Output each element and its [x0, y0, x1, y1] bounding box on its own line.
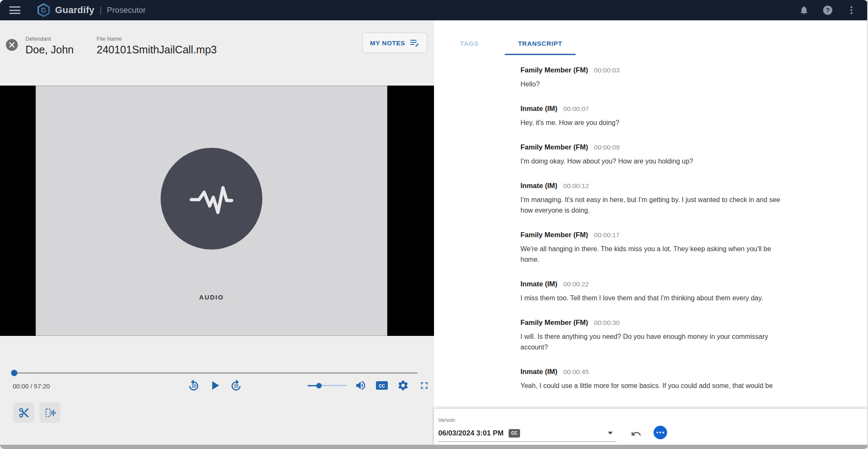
utterance-timestamp[interactable]: 00:00:07 — [563, 105, 589, 113]
svg-text:CC: CC — [379, 384, 385, 388]
svg-text:10: 10 — [191, 384, 196, 388]
notes-edit-icon — [409, 38, 420, 48]
more-options-button[interactable] — [654, 426, 667, 439]
version-bar: Version 06/03/2024 3:01 PM CC — [434, 409, 868, 449]
utterance-text: Hello? — [520, 79, 792, 89]
window-bottom-edge — [0, 445, 868, 449]
speaker-label: Inmate (IM) — [520, 182, 557, 190]
volume-slider[interactable] — [308, 382, 347, 388]
captions-toggle-icon[interactable]: CC — [375, 378, 389, 393]
version-label: Version — [438, 417, 455, 423]
time-display: 00:00 / 57:20 — [13, 382, 50, 390]
undo-icon[interactable] — [630, 428, 643, 439]
transcript-entry: Inmate (IM) 00:00:45 Yeah, I could use a… — [520, 368, 792, 391]
audio-trim-button[interactable] — [39, 402, 61, 423]
transcript-entry: Inmate (IM) 00:00:07 Hey, it's me. How a… — [520, 105, 792, 128]
volume-icon[interactable] — [353, 378, 368, 393]
chevron-down-icon[interactable] — [608, 432, 613, 435]
seek-thumb[interactable] — [11, 370, 17, 376]
transcript-entry: Family Member (FM) 00:00:03 Hello? — [520, 66, 792, 89]
utterance-text: Yeah, I could use a little more for some… — [520, 380, 792, 391]
replay-10-button[interactable]: 10 — [186, 378, 201, 393]
svg-text:G: G — [41, 6, 47, 14]
my-notes-label: MY NOTES — [370, 39, 405, 47]
brand-logo: G Guardify | Prosecutor — [36, 3, 146, 17]
kebab-menu-icon[interactable] — [846, 5, 857, 16]
media-panel: Defendant Doe, John File Name 240101Smit… — [0, 20, 434, 449]
utterance-text: I'm managing. It's not easy in here, but… — [520, 194, 792, 216]
play-button[interactable] — [208, 378, 222, 393]
utterance-timestamp[interactable]: 00:00:03 — [594, 67, 620, 74]
defendant-meta: Defendant Doe, John — [25, 36, 74, 56]
utterance-timestamp[interactable]: 00:00:45 — [563, 368, 589, 376]
speaker-label: Inmate (IM) — [520, 368, 557, 376]
speaker-label: Family Member (FM) — [520, 66, 588, 74]
svg-text:?: ? — [826, 7, 830, 14]
defendant-label: Defendant — [25, 36, 74, 42]
help-icon[interactable]: ? — [822, 5, 833, 16]
settings-gear-icon[interactable] — [396, 378, 410, 393]
player-controls: 00:00 / 57:20 10 10 — [0, 336, 434, 449]
transcript-scroll-area[interactable]: Family Member (FM) 00:00:03 Hello? Inmat… — [434, 55, 868, 449]
my-notes-button[interactable]: MY NOTES — [362, 33, 427, 53]
file-meta: File Name 240101SmithJailCall.mp3 — [97, 36, 217, 56]
speaker-label: Family Member (FM) — [520, 319, 588, 327]
transcript-entry: Inmate (IM) 00:00:12 I'm managing. It's … — [520, 182, 792, 216]
guardify-hexagon-icon: G — [36, 3, 51, 17]
version-value: 06/03/2024 3:01 PM — [438, 429, 504, 438]
utterance-text: I'm doing okay. How about you? How are y… — [520, 156, 792, 166]
forward-10-button[interactable]: 10 — [229, 378, 243, 393]
menu-icon[interactable] — [9, 6, 20, 14]
transcript-entry: Family Member (FM) 00:00:30 I will. Is t… — [520, 319, 792, 352]
speaker-label: Family Member (FM) — [520, 231, 588, 239]
waveform-icon — [184, 171, 239, 226]
tab-bar: TAGS TRANSCRIPT — [434, 20, 576, 55]
utterance-text: We're all hanging in there. The kids mis… — [520, 244, 792, 265]
utterance-timestamp[interactable]: 00:00:12 — [563, 182, 589, 190]
version-select[interactable]: 06/03/2024 3:01 PM CC — [438, 425, 616, 442]
transcript-entry: Family Member (FM) 00:00:09 I'm doing ok… — [520, 143, 792, 166]
brand-divider: | — [100, 6, 102, 15]
file-header: Defendant Doe, John File Name 240101Smit… — [0, 20, 434, 86]
cc-badge: CC — [509, 429, 520, 438]
utterance-text: I will. Is there anything you need? Do y… — [520, 331, 792, 352]
audio-waveform-badge — [161, 148, 262, 249]
tab-transcript[interactable]: TRANSCRIPT — [505, 20, 576, 55]
fullscreen-icon[interactable] — [417, 378, 431, 393]
speaker-label: Inmate (IM) — [520, 280, 557, 288]
brand-name: Guardify — [55, 5, 95, 16]
notifications-bell-icon[interactable] — [798, 5, 810, 16]
audio-placeholder-area: AUDIO — [36, 86, 387, 336]
utterance-timestamp[interactable]: 00:00:22 — [563, 280, 589, 288]
utterance-text: Hey, it's me. How are you doing? — [520, 117, 792, 128]
utterance-timestamp[interactable]: 00:00:09 — [594, 144, 620, 151]
defendant-name: Doe, John — [25, 44, 74, 56]
speaker-label: Inmate (IM) — [520, 105, 557, 113]
transcript-panel: TAGS TRANSCRIPT Family Member (FM) 00:00… — [434, 20, 868, 449]
brand-product: Prosecutor — [107, 6, 146, 15]
clip-scissors-button[interactable] — [13, 402, 34, 423]
transcript-entry: Inmate (IM) 00:00:22 I miss them too. Te… — [520, 280, 792, 303]
top-app-bar: G Guardify | Prosecutor ? — [0, 0, 868, 20]
close-icon[interactable] — [6, 39, 18, 51]
volume-thumb[interactable] — [316, 383, 322, 388]
audio-label: AUDIO — [199, 294, 224, 301]
guardify-window: G Guardify | Prosecutor ? Defendant — [0, 0, 868, 449]
player-stage[interactable]: AUDIO — [0, 86, 434, 336]
utterance-timestamp[interactable]: 00:00:17 — [594, 231, 620, 239]
tab-tags[interactable]: TAGS — [434, 20, 505, 55]
seek-bar[interactable] — [14, 372, 417, 374]
svg-text:10: 10 — [234, 384, 239, 388]
file-name-value: 240101SmithJailCall.mp3 — [97, 44, 217, 56]
speaker-label: Family Member (FM) — [520, 143, 588, 151]
transcript-entry: Family Member (FM) 00:00:17 We're all ha… — [520, 231, 792, 265]
file-name-label: File Name — [97, 36, 217, 42]
utterance-text: I miss them too. Tell them I love them a… — [520, 293, 792, 303]
utterance-timestamp[interactable]: 00:00:30 — [594, 319, 620, 327]
